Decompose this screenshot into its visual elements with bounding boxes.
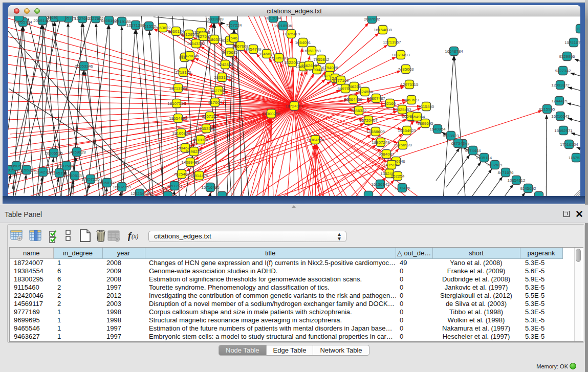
svg-text:16782759: 16782759 xyxy=(113,185,131,189)
svg-text:1145194: 1145194 xyxy=(52,171,68,176)
svg-text:546: 546 xyxy=(230,36,237,40)
svg-text:9242848: 9242848 xyxy=(217,62,233,67)
svg-text:16033809: 16033809 xyxy=(205,17,224,21)
svg-text:10025453: 10025453 xyxy=(393,107,411,112)
svg-text:7986322: 7986322 xyxy=(351,108,367,113)
svg-text:18724007: 18724007 xyxy=(285,104,303,108)
svg-text:9245652: 9245652 xyxy=(520,186,536,191)
svg-text:16648784: 16648784 xyxy=(445,49,463,54)
svg-text:(x): (x) xyxy=(132,233,138,240)
svg-text:20053346: 20053346 xyxy=(75,64,93,69)
svg-text:751552: 751552 xyxy=(142,24,156,29)
svg-text:2718176: 2718176 xyxy=(175,70,191,75)
svg-text:1362615: 1362615 xyxy=(301,63,317,68)
svg-text:9899695: 9899695 xyxy=(417,121,433,126)
svg-text:15692971: 15692971 xyxy=(554,128,573,133)
svg-text:23420046: 23420046 xyxy=(181,54,199,58)
svg-text:9857791: 9857791 xyxy=(166,184,183,188)
svg-text:10807487: 10807487 xyxy=(367,96,385,101)
svg-text:687342: 687342 xyxy=(451,141,465,146)
svg-text:8471676: 8471676 xyxy=(497,170,514,175)
svg-text:15885203: 15885203 xyxy=(270,56,288,60)
svg-text:14099489: 14099489 xyxy=(181,160,200,165)
svg-text:1733426: 1733426 xyxy=(394,186,410,190)
svg-text:8454749: 8454749 xyxy=(245,47,262,52)
svg-text:1654944: 1654944 xyxy=(409,115,425,119)
svg-text:8186323: 8186323 xyxy=(206,37,223,42)
svg-text:19654923: 19654923 xyxy=(398,128,416,133)
svg-text:10688609: 10688609 xyxy=(366,129,385,134)
svg-text:5933923: 5933923 xyxy=(443,134,459,138)
svg-text:18300295: 18300295 xyxy=(262,112,280,116)
svg-text:9329966: 9329966 xyxy=(559,54,575,59)
svg-text:746266: 746266 xyxy=(347,84,361,89)
svg-text:15716485: 15716485 xyxy=(201,185,220,190)
svg-text:16154808: 16154808 xyxy=(374,28,392,32)
svg-text:9777169: 9777169 xyxy=(333,78,349,83)
svg-text:8813054: 8813054 xyxy=(265,16,281,20)
svg-text:17359928: 17359928 xyxy=(68,150,86,155)
svg-text:2935114: 2935114 xyxy=(476,156,492,160)
svg-text:20206536: 20206536 xyxy=(45,151,63,156)
svg-text:12975115: 12975115 xyxy=(401,82,419,87)
svg-text:2087682: 2087682 xyxy=(364,17,380,21)
svg-text:9463627: 9463627 xyxy=(403,98,420,102)
svg-text:9474444: 9474444 xyxy=(465,148,481,153)
svg-text:17016504: 17016504 xyxy=(560,142,578,147)
svg-text:10654112: 10654112 xyxy=(508,178,526,183)
svg-text:15751074: 15751074 xyxy=(564,40,580,45)
svg-text:917004: 917004 xyxy=(208,100,222,105)
svg-text:7357224: 7357224 xyxy=(226,23,242,28)
svg-text:18807249: 18807249 xyxy=(372,140,390,145)
svg-text:16961758: 16961758 xyxy=(302,49,321,53)
svg-text:7485063: 7485063 xyxy=(398,67,414,72)
svg-text:1615152: 1615152 xyxy=(383,163,400,167)
svg-text:1167533: 1167533 xyxy=(569,156,580,160)
svg-text:1117: 1117 xyxy=(576,27,580,31)
svg-text:7625402: 7625402 xyxy=(173,172,190,177)
svg-text:18107553: 18107553 xyxy=(167,101,186,106)
svg-text:11325419: 11325419 xyxy=(282,32,301,36)
svg-text:6794028: 6794028 xyxy=(322,65,338,70)
svg-text:8267150: 8267150 xyxy=(202,114,218,119)
svg-text:9227342: 9227342 xyxy=(555,69,571,73)
svg-text:19384554: 19384554 xyxy=(306,138,324,142)
svg-text:7955812: 7955812 xyxy=(313,57,330,62)
svg-text:1244415: 1244415 xyxy=(551,99,568,103)
svg-text:12213383: 12213383 xyxy=(169,86,187,91)
svg-text:15720407: 15720407 xyxy=(359,118,378,123)
svg-text:16914479: 16914479 xyxy=(190,173,208,178)
svg-text:19166829: 19166829 xyxy=(172,131,190,136)
svg-text:19218506: 19218506 xyxy=(274,24,292,28)
svg-text:9115460: 9115460 xyxy=(419,104,434,109)
svg-text:12942737: 12942737 xyxy=(34,170,52,174)
svg-text:1640954: 1640954 xyxy=(429,127,446,132)
svg-text:16136141: 16136141 xyxy=(371,182,389,187)
svg-text:12923468: 12923468 xyxy=(130,191,149,196)
svg-text:8427552: 8427552 xyxy=(210,89,227,93)
svg-text:9084067: 9084067 xyxy=(378,152,395,157)
svg-text:20364436: 20364436 xyxy=(344,97,362,102)
svg-text:252254: 252254 xyxy=(391,174,405,179)
svg-text:12093872: 12093872 xyxy=(551,83,570,87)
svg-text:19756928: 19756928 xyxy=(394,143,412,147)
svg-text:10973493: 10973493 xyxy=(391,53,410,57)
svg-text:12213967: 12213967 xyxy=(383,40,401,45)
svg-text:16210643: 16210643 xyxy=(551,114,570,119)
svg-text:11353594: 11353594 xyxy=(198,126,216,131)
svg-text:17957225: 17957225 xyxy=(81,177,100,182)
svg-text:62160: 62160 xyxy=(384,101,396,106)
svg-text:8215955: 8215955 xyxy=(539,107,555,112)
svg-text:3624554: 3624554 xyxy=(357,90,373,94)
svg-text:3675685: 3675685 xyxy=(222,50,238,55)
svg-text:16543382: 16543382 xyxy=(187,41,205,46)
svg-text:2803144: 2803144 xyxy=(214,75,230,80)
svg-text:19654925: 19654925 xyxy=(169,116,187,121)
svg-text:5498222: 5498222 xyxy=(186,149,202,154)
svg-text:5878334: 5878334 xyxy=(192,138,209,142)
svg-text:10975867: 10975867 xyxy=(57,164,76,168)
svg-text:7632621: 7632621 xyxy=(487,163,503,167)
svg-text:11156829: 11156829 xyxy=(18,168,36,172)
svg-text:1664091: 1664091 xyxy=(295,40,311,45)
